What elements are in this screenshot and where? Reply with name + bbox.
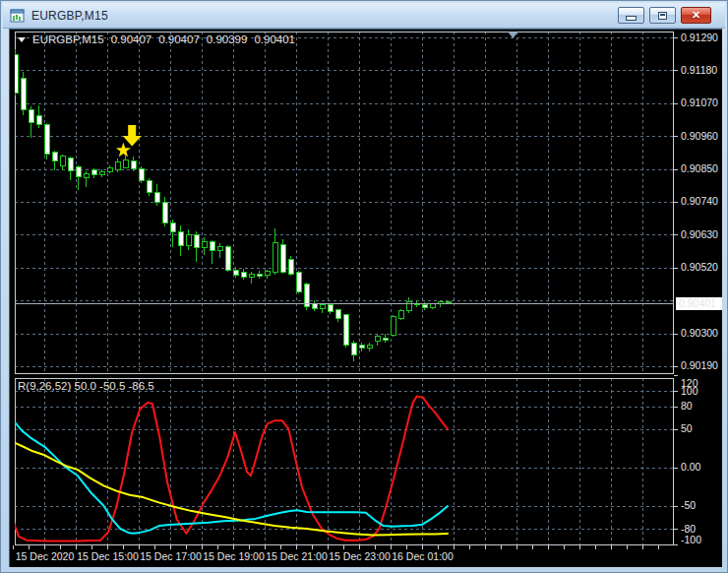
chart-window: EURGBP,M15 ✕ 0.912900.911800.910700.9096…	[0, 0, 728, 573]
chart-window-icon	[10, 8, 26, 24]
svg-text:15 Dec 17:00: 15 Dec 17:00	[140, 550, 202, 562]
header-symbol: EURGBP,M15	[32, 33, 104, 45]
svg-text:50: 50	[681, 422, 693, 434]
chart-client-area: 0.912900.911800.910700.909600.908500.907…	[9, 29, 722, 567]
svg-text:-100: -100	[681, 534, 701, 545]
svg-text:0.91180: 0.91180	[681, 64, 717, 76]
svg-text:0.90960: 0.90960	[681, 130, 718, 142]
titlebar[interactable]: EURGBP,M15 ✕	[3, 3, 725, 29]
minimize-button[interactable]	[618, 7, 644, 24]
svg-text:0.00: 0.00	[681, 461, 701, 473]
svg-text:16 Dec 01:00: 16 Dec 01:00	[392, 550, 454, 562]
svg-text:0.91070: 0.91070	[681, 96, 718, 108]
header-close: 0.90401	[254, 33, 295, 45]
svg-text:100: 100	[681, 385, 698, 397]
svg-text:15 Dec 2020: 15 Dec 2020	[16, 550, 75, 562]
restore-button[interactable]	[649, 7, 676, 24]
svg-text:0.90740: 0.90740	[681, 195, 718, 207]
window-title: EURGBP,M15	[31, 9, 108, 23]
indicator-name: R(9,26,52)	[18, 380, 71, 392]
header-high: 0.90407	[158, 33, 200, 45]
window-controls: ✕	[618, 7, 725, 24]
svg-text:-50: -50	[681, 499, 696, 511]
svg-text:15 Dec 15:00: 15 Dec 15:00	[77, 550, 139, 562]
svg-text:15 Dec 19:00: 15 Dec 19:00	[203, 550, 265, 562]
indicator-values: 50.0 -50.5 -86.5	[75, 380, 154, 392]
svg-text:15 Dec 21:00: 15 Dec 21:00	[266, 550, 328, 562]
header-open: 0.90407	[111, 33, 152, 45]
chart-surface[interactable]: 0.912900.911800.910700.909600.908500.907…	[10, 30, 722, 567]
collapse-triangle-icon	[18, 37, 26, 42]
indicator-header: R(9,26,52) 50.0 -50.5 -86.5	[18, 380, 154, 392]
svg-text:0.91290: 0.91290	[681, 32, 718, 43]
close-button[interactable]: ✕	[681, 7, 711, 24]
svg-text:0.90520: 0.90520	[681, 261, 718, 273]
svg-text:0.90630: 0.90630	[681, 228, 718, 240]
svg-text:15 Dec 23:00: 15 Dec 23:00	[329, 550, 391, 562]
svg-text:0.90401: 0.90401	[679, 297, 716, 309]
minimize-icon	[626, 16, 637, 21]
svg-text:0.90300: 0.90300	[681, 327, 718, 339]
svg-text:0.90850: 0.90850	[681, 162, 718, 174]
svg-text:0.90190: 0.90190	[681, 359, 718, 371]
chart-ohlc-header: EURGBP,M150.904070.904070.903990.90401	[18, 33, 295, 45]
header-low: 0.90399	[207, 33, 248, 45]
restore-icon	[658, 12, 667, 20]
svg-text:80: 80	[681, 400, 693, 412]
close-icon: ✕	[692, 10, 700, 21]
